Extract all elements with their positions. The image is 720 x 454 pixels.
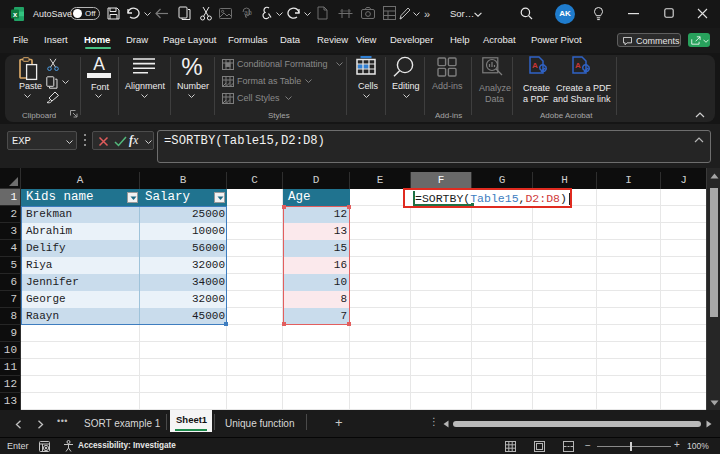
svg-text:A: A bbox=[575, 61, 581, 70]
svg-text:ab: ab bbox=[244, 9, 252, 16]
svg-text:A: A bbox=[532, 61, 538, 70]
